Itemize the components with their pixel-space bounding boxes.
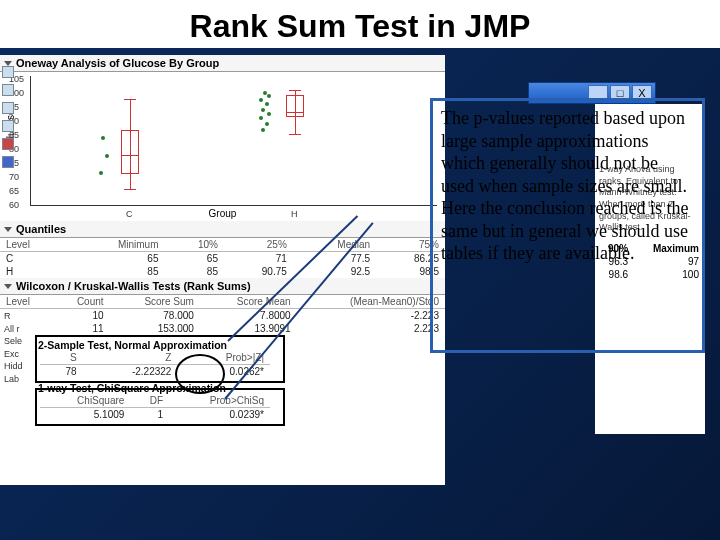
x-axis-label: Group (0, 208, 445, 219)
rows-panel: R All r Sele Exc Hidd Lab (2, 310, 25, 386)
histogram-icon[interactable] (2, 138, 14, 150)
annotation-oval (175, 354, 225, 394)
section-oneway[interactable]: Oneway Analysis of Glucose By Group (0, 55, 445, 72)
table-row: H858590.7592.598.5 (0, 265, 445, 278)
tool-icon[interactable] (2, 66, 14, 78)
slide-title: Rank Sum Test in JMP (0, 0, 720, 48)
annotation-box-twosample (35, 335, 285, 383)
box-h (286, 95, 304, 117)
ranksum-table: Level Count Score Sum Score Mean (Mean-M… (0, 295, 445, 335)
section-title: Oneway Analysis of Glucose By Group (16, 57, 219, 69)
annotation-box-chisq (35, 388, 285, 426)
callout-text: The p-values reported based upon large s… (430, 98, 705, 353)
boxplot-chart: Glucose 105 100 95 90 85 80 75 70 65 60 … (30, 76, 437, 206)
section-quantiles[interactable]: Quantiles (0, 221, 445, 238)
tool-icon[interactable] (2, 102, 14, 114)
table-row: H11153.00013.90912.223 (0, 322, 445, 335)
chart-icon[interactable] (2, 156, 14, 168)
box-c (121, 130, 139, 174)
table-row: C1078.0007.8000-2.223 (0, 309, 445, 323)
section-wilcoxon[interactable]: Wilcoxon / Kruskal-Wallis Tests (Rank Su… (0, 278, 445, 295)
tool-icon[interactable] (2, 120, 14, 132)
table-row: C65657177.586.25 (0, 252, 445, 266)
tool-icon[interactable] (2, 84, 14, 96)
quantiles-table: Level Minimum 10% 25% Median 75% C656571… (0, 238, 445, 278)
